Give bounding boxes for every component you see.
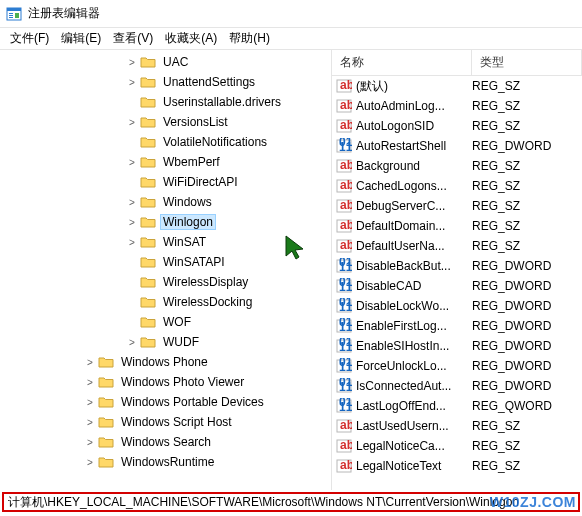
string-value-icon: ab — [336, 218, 352, 234]
menu-favorites[interactable]: 收藏夹(A) — [159, 28, 223, 49]
expander-icon[interactable]: > — [126, 117, 138, 128]
string-value-icon: ab — [336, 158, 352, 174]
expander-icon[interactable]: > — [126, 337, 138, 348]
value-type: REG_SZ — [472, 119, 520, 133]
list-row[interactable]: abLegalNoticeTextREG_SZ — [332, 456, 582, 476]
tree-item[interactable]: >WUDF — [0, 332, 331, 352]
list-row[interactable]: abLegalNoticeCa...REG_SZ — [332, 436, 582, 456]
list-row[interactable]: abCachedLogons...REG_SZ — [332, 176, 582, 196]
col-header-type[interactable]: 类型 — [472, 50, 582, 75]
tree-item-label: WUDF — [160, 334, 202, 350]
tree-item[interactable]: Userinstallable.drivers — [0, 92, 331, 112]
folder-icon — [98, 375, 114, 389]
tree-item[interactable]: >WbemPerf — [0, 152, 331, 172]
folder-icon — [140, 55, 156, 69]
list-row[interactable]: abDefaultUserNa...REG_SZ — [332, 236, 582, 256]
expander-icon[interactable]: > — [84, 377, 96, 388]
svg-text:ab: ab — [340, 158, 352, 172]
tree-item[interactable]: >Windows Portable Devices — [0, 392, 331, 412]
tree-item-label: VersionsList — [160, 114, 231, 130]
value-type: REG_DWORD — [472, 379, 551, 393]
list-row[interactable]: ab(默认)REG_SZ — [332, 76, 582, 96]
tree-item[interactable]: >Windows Phone — [0, 352, 331, 372]
expander-icon[interactable]: > — [84, 457, 96, 468]
list-row[interactable]: 011110DisableLockWo...REG_DWORD — [332, 296, 582, 316]
tree-item-label: WbemPerf — [160, 154, 223, 170]
value-type: REG_DWORD — [472, 339, 551, 353]
folder-icon — [98, 395, 114, 409]
menu-edit[interactable]: 编辑(E) — [55, 28, 107, 49]
svg-text:ab: ab — [340, 418, 352, 432]
menu-file[interactable]: 文件(F) — [4, 28, 55, 49]
folder-icon — [140, 75, 156, 89]
value-type: REG_SZ — [472, 459, 520, 473]
list-row[interactable]: abDefaultDomain...REG_SZ — [332, 216, 582, 236]
tree-item-label: Windows Portable Devices — [118, 394, 267, 410]
binary-value-icon: 011110 — [336, 338, 352, 354]
value-type: REG_DWORD — [472, 139, 551, 153]
col-header-name[interactable]: 名称 — [332, 50, 472, 75]
tree-item[interactable]: >Windows Photo Viewer — [0, 372, 331, 392]
tree-item[interactable]: >Windows Script Host — [0, 412, 331, 432]
list-row[interactable]: 011110AutoRestartShellREG_DWORD — [332, 136, 582, 156]
expander-icon[interactable]: > — [84, 357, 96, 368]
tree-item-label: WirelessDocking — [160, 294, 255, 310]
tree-item[interactable]: VolatileNotifications — [0, 132, 331, 152]
list-row[interactable]: 011110IsConnectedAut...REG_DWORD — [332, 376, 582, 396]
expander-icon[interactable]: > — [126, 77, 138, 88]
value-name: EnableSIHostIn... — [356, 339, 472, 353]
svg-text:110: 110 — [339, 340, 352, 354]
list-row[interactable]: abAutoLogonSIDREG_SZ — [332, 116, 582, 136]
list-row[interactable]: abDebugServerC...REG_SZ — [332, 196, 582, 216]
list-row[interactable]: 011110DisableCADREG_DWORD — [332, 276, 582, 296]
expander-icon[interactable]: > — [84, 397, 96, 408]
folder-icon — [98, 435, 114, 449]
tree-item[interactable]: >UnattendSettings — [0, 72, 331, 92]
list-row[interactable]: 011110LastLogOffEnd...REG_QWORD — [332, 396, 582, 416]
expander-icon[interactable]: > — [126, 57, 138, 68]
tree-item[interactable]: WiFiDirectAPI — [0, 172, 331, 192]
list-row[interactable]: abAutoAdminLog...REG_SZ — [332, 96, 582, 116]
tree-item[interactable]: >Winlogon — [0, 212, 331, 232]
value-name: LegalNoticeCa... — [356, 439, 472, 453]
values-list[interactable]: 名称 类型 ab(默认)REG_SZabAutoAdminLog...REG_S… — [332, 50, 582, 490]
tree-item[interactable]: WirelessDisplay — [0, 272, 331, 292]
tree-item-label: Windows Phone — [118, 354, 211, 370]
registry-tree[interactable]: >UAC>UnattendSettingsUserinstallable.dri… — [0, 50, 332, 490]
tree-item-label: WiFiDirectAPI — [160, 174, 241, 190]
binary-value-icon: 011110 — [336, 278, 352, 294]
menu-view[interactable]: 查看(V) — [107, 28, 159, 49]
tree-item-label: WinSAT — [160, 234, 209, 250]
tree-item-label: WOF — [160, 314, 194, 330]
expander-icon[interactable]: > — [126, 217, 138, 228]
list-row[interactable]: 011110DisableBackBut...REG_DWORD — [332, 256, 582, 276]
folder-icon — [98, 415, 114, 429]
tree-item[interactable]: >UAC — [0, 52, 331, 72]
tree-item[interactable]: >VersionsList — [0, 112, 331, 132]
tree-item[interactable]: WOF — [0, 312, 331, 332]
string-value-icon: ab — [336, 98, 352, 114]
menu-help[interactable]: 帮助(H) — [223, 28, 276, 49]
svg-text:ab: ab — [340, 178, 352, 192]
value-type: REG_SZ — [472, 99, 520, 113]
tree-item[interactable]: >Windows Search — [0, 432, 331, 452]
list-row[interactable]: abLastUsedUsern...REG_SZ — [332, 416, 582, 436]
tree-item[interactable]: WinSATAPI — [0, 252, 331, 272]
expander-icon[interactable]: > — [84, 417, 96, 428]
expander-icon[interactable]: > — [126, 237, 138, 248]
tree-item[interactable]: WirelessDocking — [0, 292, 331, 312]
statusbar-prefix: 计算机 — [8, 494, 44, 511]
tree-item-label: Windows — [160, 194, 215, 210]
expander-icon[interactable]: > — [126, 157, 138, 168]
tree-item[interactable]: >WinSAT — [0, 232, 331, 252]
expander-icon[interactable]: > — [126, 197, 138, 208]
list-row[interactable]: 011110ForceUnlockLo...REG_DWORD — [332, 356, 582, 376]
expander-icon[interactable]: > — [84, 437, 96, 448]
tree-item[interactable]: >Windows — [0, 192, 331, 212]
list-row[interactable]: 011110EnableSIHostIn...REG_DWORD — [332, 336, 582, 356]
tree-item-label: Userinstallable.drivers — [160, 94, 284, 110]
tree-item[interactable]: >WindowsRuntime — [0, 452, 331, 472]
list-row[interactable]: 011110EnableFirstLog...REG_DWORD — [332, 316, 582, 336]
value-name: DefaultUserNa... — [356, 239, 472, 253]
list-row[interactable]: abBackgroundREG_SZ — [332, 156, 582, 176]
